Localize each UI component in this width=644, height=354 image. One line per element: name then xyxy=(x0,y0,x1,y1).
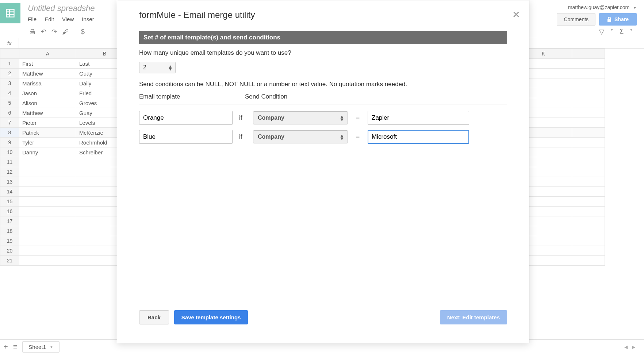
cell[interactable]: Pieter xyxy=(19,118,76,128)
filter-icon[interactable]: ▽ xyxy=(599,28,604,36)
cell[interactable]: Marissa xyxy=(19,78,76,88)
menu-edit[interactable]: Edit xyxy=(45,16,54,22)
cell[interactable] xyxy=(19,157,76,167)
cell[interactable] xyxy=(19,246,76,256)
row-header[interactable]: 15 xyxy=(0,197,19,207)
row-header[interactable]: 18 xyxy=(0,226,19,236)
row-header[interactable]: 5 xyxy=(0,98,19,108)
currency-icon[interactable]: $ xyxy=(81,28,85,36)
cell[interactable] xyxy=(572,59,605,69)
add-sheet-icon[interactable]: + xyxy=(4,343,8,351)
field-select[interactable]: Company ▴▾ xyxy=(253,111,348,124)
cell[interactable] xyxy=(572,197,605,207)
row-header[interactable]: 17 xyxy=(0,216,19,226)
cell[interactable] xyxy=(19,207,76,216)
user-email[interactable]: matthew.guay@zapier.com ▼ xyxy=(568,4,637,10)
template-name-input[interactable] xyxy=(139,130,233,144)
row-header[interactable]: 13 xyxy=(0,177,19,187)
cell[interactable] xyxy=(572,177,605,187)
row-header[interactable]: 19 xyxy=(0,236,19,246)
all-sheets-icon[interactable]: ≡ xyxy=(13,343,18,351)
row-header[interactable]: 9 xyxy=(0,138,19,147)
cell[interactable]: First xyxy=(19,59,76,69)
next-edit-templates-button[interactable]: Next: Edit templates xyxy=(440,310,507,324)
condition-value-input[interactable] xyxy=(368,111,469,125)
template-count-stepper[interactable]: 2 ▴▾ xyxy=(139,62,176,73)
row-header[interactable]: 2 xyxy=(0,69,19,78)
cell[interactable] xyxy=(572,207,605,216)
comments-button[interactable]: Comments xyxy=(557,13,595,26)
save-template-settings-button[interactable]: Save template settings xyxy=(174,310,248,324)
redo-icon[interactable]: ↷ xyxy=(51,28,57,36)
col-header-end[interactable] xyxy=(572,49,605,59)
cell[interactable] xyxy=(572,236,605,246)
row-header[interactable]: 7 xyxy=(0,118,19,128)
sheet-tab[interactable]: Sheet1 ▼ xyxy=(22,341,59,353)
menu-view[interactable]: View xyxy=(62,16,74,22)
row-header[interactable]: 20 xyxy=(0,246,19,256)
cell[interactable] xyxy=(19,177,76,187)
row-header[interactable]: 11 xyxy=(0,157,19,167)
cell[interactable] xyxy=(572,69,605,78)
col-header-a[interactable]: A xyxy=(19,49,76,59)
template-name-input[interactable] xyxy=(139,111,233,125)
row-header[interactable]: 8 xyxy=(0,128,19,138)
paint-format-icon[interactable]: 🖌 xyxy=(62,28,69,36)
menu-insert[interactable]: Inser xyxy=(82,16,94,22)
cell[interactable] xyxy=(572,187,605,197)
cell[interactable]: Patrick xyxy=(19,128,76,138)
cell[interactable] xyxy=(19,197,76,207)
cell[interactable] xyxy=(19,226,76,236)
cell[interactable] xyxy=(572,226,605,236)
scroll-left-icon[interactable]: ◀ xyxy=(623,344,629,350)
cell[interactable]: Matthew xyxy=(19,108,76,118)
row-header[interactable]: 10 xyxy=(0,147,19,157)
row-header[interactable]: 6 xyxy=(0,108,19,118)
cell[interactable] xyxy=(19,187,76,197)
select-arrows-icon: ▴▾ xyxy=(341,115,343,121)
cell[interactable] xyxy=(572,138,605,147)
cell[interactable] xyxy=(19,256,76,266)
cell[interactable]: Danny xyxy=(19,147,76,157)
row-header[interactable]: 3 xyxy=(0,78,19,88)
cell[interactable] xyxy=(19,216,76,226)
sum-icon[interactable]: Σ xyxy=(620,28,624,36)
row-header[interactable]: 14 xyxy=(0,187,19,197)
cell[interactable]: Matthew xyxy=(19,69,76,78)
row-header[interactable]: 1 xyxy=(0,59,19,69)
cell[interactable] xyxy=(572,246,605,256)
cell[interactable] xyxy=(19,236,76,246)
cell[interactable] xyxy=(572,88,605,98)
cell[interactable] xyxy=(572,147,605,157)
cell[interactable]: Tyler xyxy=(19,138,76,147)
row-header[interactable]: 12 xyxy=(0,167,19,177)
cell[interactable] xyxy=(572,128,605,138)
cell[interactable] xyxy=(572,98,605,108)
share-button[interactable]: Share xyxy=(599,13,637,26)
sheets-logo[interactable] xyxy=(0,3,20,23)
print-icon[interactable]: 🖶 xyxy=(29,28,36,36)
field-select[interactable]: Company ▴▾ xyxy=(253,130,348,143)
cell[interactable] xyxy=(572,118,605,128)
cell[interactable] xyxy=(572,157,605,167)
condition-value-input[interactable] xyxy=(368,130,469,144)
cell[interactable]: Jason xyxy=(19,88,76,98)
cell[interactable] xyxy=(572,216,605,226)
row-header[interactable]: 16 xyxy=(0,207,19,216)
undo-icon[interactable]: ↶ xyxy=(41,28,46,36)
cell[interactable] xyxy=(19,167,76,177)
menu-file[interactable]: File xyxy=(28,16,37,22)
select-all-corner[interactable] xyxy=(0,49,19,59)
back-button[interactable]: Back xyxy=(139,310,169,324)
cell[interactable]: Alison xyxy=(19,98,76,108)
chevron-down-icon[interactable]: ▼ xyxy=(629,28,633,36)
row-header[interactable]: 21 xyxy=(0,256,19,266)
chevron-down-icon[interactable]: ▼ xyxy=(610,28,614,36)
cell[interactable] xyxy=(572,108,605,118)
cell[interactable] xyxy=(572,167,605,177)
cell[interactable] xyxy=(572,78,605,88)
close-icon[interactable]: ✕ xyxy=(512,9,520,20)
row-header[interactable]: 4 xyxy=(0,88,19,98)
scroll-right-icon[interactable]: ▶ xyxy=(630,344,637,350)
cell[interactable] xyxy=(572,256,605,266)
